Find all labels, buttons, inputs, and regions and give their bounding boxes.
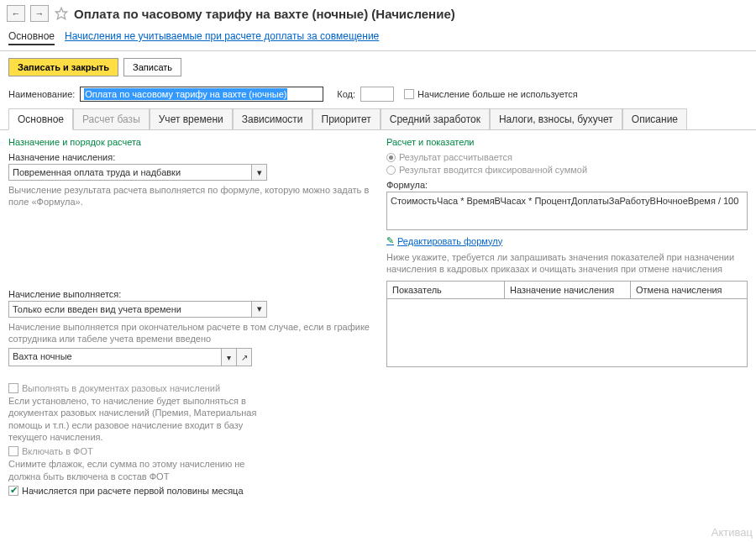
tab-base[interactable]: Расчет базы	[73, 108, 150, 130]
tab-priority[interactable]: Приоритет	[312, 108, 381, 130]
name-label: Наименование:	[8, 89, 75, 99]
tab-avg[interactable]: Средний заработок	[381, 108, 490, 130]
indicators-table: Показатель Назначение начисления Отмена …	[386, 281, 748, 367]
nav-tab-link[interactable]: Начисления не учитываемые при расчете до…	[65, 29, 379, 45]
tab-desc[interactable]: Описание	[622, 108, 687, 130]
edit-formula-link[interactable]: ✎ Редактировать формулу	[386, 235, 748, 246]
th-assign[interactable]: Назначение начисления	[505, 282, 631, 298]
formula-box: СтоимостьЧаса * ВремяВЧасах * ПроцентДоп…	[386, 192, 748, 230]
not-used-checkbox[interactable]	[404, 89, 414, 99]
shift-open-icon[interactable]: ↗	[237, 348, 252, 366]
cb-first-half[interactable]: ✔	[8, 486, 18, 496]
formula-label: Формула:	[386, 180, 748, 190]
save-button[interactable]: Записать	[123, 58, 181, 76]
tab-deps[interactable]: Зависимости	[233, 108, 312, 130]
radio-fixed[interactable]	[386, 166, 396, 175]
code-input[interactable]	[360, 87, 394, 102]
th-cancel[interactable]: Отмена начисления	[631, 282, 747, 298]
not-used-label: Начисление больше не используется	[417, 89, 578, 99]
table-help: Ниже укажите, требуется ли запрашивать з…	[386, 251, 748, 276]
th-indicator[interactable]: Показатель	[387, 282, 505, 298]
performed-dropdown-icon[interactable]: ▾	[252, 301, 267, 318]
performed-select[interactable]: Только если введен вид учета времени	[8, 301, 252, 318]
tab-time[interactable]: Учет времени	[150, 108, 233, 130]
star-icon[interactable]	[54, 6, 69, 21]
table-body[interactable]	[387, 299, 747, 366]
cb-once-docs[interactable]	[8, 383, 18, 393]
cb-first-half-label: Начисляется при расчете первой половины …	[22, 486, 244, 496]
radio-calculated-label: Результат рассчитывается	[399, 152, 512, 162]
purpose-label: Назначение начисления:	[8, 152, 370, 162]
cb-fot-label: Включать в ФОТ	[22, 446, 93, 456]
radio-calculated[interactable]	[386, 153, 396, 162]
nav-tab-main[interactable]: Основное	[8, 29, 55, 45]
right-section-title: Расчет и показатели	[386, 137, 748, 147]
code-label: Код:	[337, 89, 355, 99]
purpose-select[interactable]: Повременная оплата труда и надбавки	[8, 164, 252, 181]
cb1-help: Если установлено, то начисление будет вы…	[8, 395, 277, 443]
performed-help: Начисление выполняется при окончательном…	[8, 321, 370, 345]
shift-dropdown-icon[interactable]: ▾	[222, 348, 237, 366]
purpose-dropdown-icon[interactable]: ▾	[252, 164, 267, 181]
page-title: Оплата по часовому тарифу на вахте (ночн…	[74, 7, 455, 21]
cb-fot[interactable]	[8, 446, 18, 456]
radio-fixed-label: Результат вводится фиксированной суммой	[399, 165, 587, 175]
pencil-icon: ✎	[386, 235, 394, 246]
cb2-help: Снимите флажок, если сумма по этому начи…	[8, 458, 277, 482]
tab-taxes[interactable]: Налоги, взносы, бухучет	[490, 108, 622, 130]
nav-back-button[interactable]: ←	[7, 5, 25, 22]
performed-label: Начисление выполняется:	[8, 289, 370, 299]
shift-select[interactable]: Вахта ночные	[8, 348, 222, 366]
purpose-help: Вычисление результата расчета выполняетс…	[8, 184, 370, 208]
cb-once-docs-label: Выполнять в документах разовых начислени…	[22, 383, 220, 393]
tab-main[interactable]: Основное	[8, 108, 73, 130]
left-section-title: Назначение и порядок расчета	[8, 137, 370, 147]
svg-marker-0	[55, 8, 66, 18]
save-close-button[interactable]: Записать и закрыть	[8, 58, 118, 76]
name-input[interactable]: Оплата по часовому тарифу на вахте (ночн…	[80, 87, 323, 102]
nav-forward-button[interactable]: →	[30, 5, 49, 22]
